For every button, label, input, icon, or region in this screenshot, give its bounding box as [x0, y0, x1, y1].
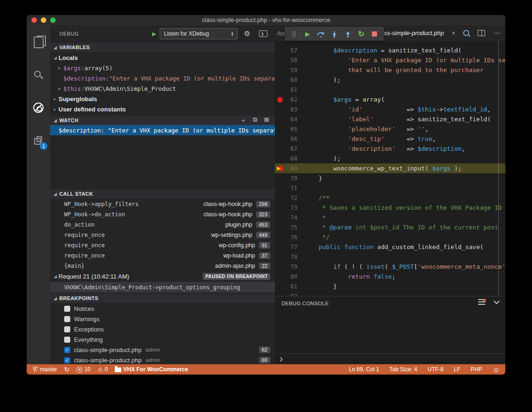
- more-actions-icon[interactable]: ⋯: [494, 29, 501, 37]
- variables-group-row[interactable]: ▸User defined constants: [50, 104, 275, 114]
- code-line[interactable]: 81 }: [275, 281, 505, 291]
- code-line[interactable]: 73 * Saves a sanitized version of the VH…: [275, 203, 505, 213]
- code-line[interactable]: 66 'desc_tip' => true,: [275, 134, 505, 144]
- variable-row[interactable]: ▸$args: array(5): [50, 63, 275, 73]
- debug-console-input[interactable]: ❯: [275, 353, 505, 364]
- call-stack-frame-row[interactable]: do_actionplugin.php453: [50, 220, 275, 230]
- call-stack-selected-frame[interactable]: VHXWC\Admin\Simple_Product->product_opti…: [50, 282, 275, 293]
- watch-row[interactable]: $description: "Enter a VHX package ID (o…: [50, 125, 275, 135]
- breakpoint-row[interactable]: ✓class-simple-product.phpadmin69: [50, 355, 275, 364]
- start-debug-icon[interactable]: ▶: [152, 31, 156, 37]
- step-into-button[interactable]: [328, 27, 341, 41]
- breakpoint-gutter[interactable]: [275, 166, 285, 171]
- code-editor[interactable]: 57 $description = sanitize_text_field(58…: [275, 42, 505, 296]
- workspace-item[interactable]: VHX For WooCommerce: [115, 366, 188, 373]
- code-line[interactable]: 63 'id' => $this->textfield_id,: [275, 104, 505, 114]
- minimize-window-icon[interactable]: [41, 17, 46, 23]
- step-out-button[interactable]: [341, 27, 355, 41]
- split-editor-icon[interactable]: [478, 30, 485, 36]
- tab-close-icon[interactable]: ×: [452, 30, 455, 37]
- code-line[interactable]: 77 public function add_custom_linked_fie…: [275, 242, 505, 252]
- open-preview-icon[interactable]: [463, 30, 469, 36]
- sync-item[interactable]: ↻: [64, 366, 70, 373]
- breakpoint-checkbox[interactable]: [64, 306, 70, 312]
- variables-section-header[interactable]: ◢ VARIABLES: [50, 42, 275, 52]
- close-panel-chevron-icon[interactable]: [494, 298, 500, 304]
- breakpoints-section-header[interactable]: ◢ BREAKPOINTS: [50, 293, 275, 303]
- code-line[interactable]: 65 'placeholder' => '',: [275, 124, 505, 134]
- close-window-icon[interactable]: [31, 17, 37, 23]
- open-debug-console-icon[interactable]: ❯: [259, 30, 267, 37]
- code-line[interactable]: 60 );: [275, 75, 505, 85]
- encoding-item[interactable]: UTF-8: [428, 366, 443, 373]
- watch-section-header[interactable]: ◢ WATCH ＋ ⧉ ⊠: [50, 115, 275, 125]
- call-stack-frame-row[interactable]: require_oncewp-settings.php449: [50, 230, 275, 240]
- launch-configuration-select[interactable]: Listen for XDebug ▴▾: [160, 28, 237, 39]
- git-branch-item[interactable]: master: [32, 366, 57, 373]
- stop-button[interactable]: [368, 27, 381, 41]
- warnings-item[interactable]: ⚠ 0: [98, 366, 108, 373]
- breakpoint-gutter[interactable]: [275, 97, 285, 103]
- call-stack-frame-row[interactable]: WP_Hook->apply_filtersclass-wp-hook.php2…: [50, 199, 275, 209]
- variable-row[interactable]: ▸$this: VHXWC\Admin\Simple_Product: [50, 83, 275, 94]
- breakpoint-row[interactable]: ✓class-simple-product.phpadmin62: [50, 345, 275, 355]
- code-line[interactable]: 75 * @param int $post_id The ID of the c…: [275, 222, 505, 232]
- code-line[interactable]: 78: [275, 252, 505, 262]
- code-line[interactable]: 72 /**: [275, 193, 505, 203]
- restart-button[interactable]: ↻: [355, 27, 368, 41]
- cursor-position-item[interactable]: Ln 69, Col 1: [349, 366, 379, 373]
- code-line[interactable]: 57 $description = sanitize_text_field(: [275, 45, 505, 55]
- add-watch-icon[interactable]: ＋: [240, 116, 246, 125]
- breakpoint-checkbox[interactable]: ✓: [64, 347, 70, 353]
- code-line[interactable]: 59 that will be granted to the purchaser: [275, 65, 505, 75]
- call-stack-frame-row[interactable]: {main}admin-ajax.php22: [50, 261, 275, 271]
- language-mode-item[interactable]: PHP: [471, 366, 482, 373]
- clear-console-icon[interactable]: ✕: [478, 299, 485, 305]
- tab-size-item[interactable]: Tab Size: 4: [390, 366, 417, 373]
- errors-item[interactable]: ✕ 10: [76, 366, 90, 373]
- call-stack-section-header[interactable]: ◢ CALL STACK: [50, 189, 275, 199]
- toolbar-drag-handle[interactable]: [288, 27, 301, 41]
- code-line[interactable]: 62 $args = array(: [275, 95, 505, 104]
- call-stack-frame-row[interactable]: require_oncewp-config.php91: [50, 240, 275, 250]
- remove-all-watch-icon[interactable]: ⊠: [264, 116, 269, 125]
- code-line[interactable]: 61: [275, 85, 505, 95]
- breakpoint-checkbox[interactable]: ✓: [64, 357, 70, 363]
- code-line[interactable]: 71: [275, 183, 505, 193]
- code-line[interactable]: 79 if ( ! ( isset( $_POST['woocommerce_m…: [275, 262, 505, 272]
- tab-class-simple-product[interactable]: ss-simple-product.php: [384, 29, 444, 37]
- continue-button[interactable]: ▶: [301, 27, 315, 41]
- call-stack-thread-row[interactable]: ◢Request 21 (10:42:11 AM)PAUSED ON BREAK…: [50, 271, 275, 282]
- step-over-button[interactable]: [314, 27, 328, 41]
- collapse-watch-icon[interactable]: ⧉: [253, 116, 258, 125]
- breakpoint-checkbox[interactable]: [64, 316, 70, 322]
- code-line[interactable]: 64 'label' => sanitize_text_field(: [275, 114, 505, 124]
- code-line[interactable]: 76 */: [275, 232, 505, 242]
- sidebar-item-search[interactable]: [27, 64, 50, 86]
- call-stack-frame-row[interactable]: WP_Hook->do_actionclass-wp-hook.php323: [50, 209, 275, 220]
- configure-gear-icon[interactable]: ⚙: [244, 30, 250, 37]
- feedback-item[interactable]: ☺: [493, 366, 500, 373]
- code-line[interactable]: 69 woocommerce_wp_text_input( $args );: [275, 163, 505, 173]
- zoom-window-icon[interactable]: [50, 17, 56, 23]
- variables-group-row[interactable]: ▸Superglobals: [50, 94, 275, 104]
- code-line[interactable]: 82: [275, 291, 505, 296]
- variable-row[interactable]: $description: "Enter a VHX package ID (o…: [50, 73, 275, 83]
- code-line[interactable]: 58 'Enter a VHX package ID (or multiple …: [275, 55, 505, 65]
- breakpoint-row[interactable]: Exceptions: [50, 324, 275, 334]
- code-line[interactable]: 68 );: [275, 154, 505, 163]
- breakpoint-row[interactable]: Notices: [50, 303, 275, 314]
- breakpoint-row[interactable]: Everything: [50, 334, 275, 345]
- code-line[interactable]: 70 }: [275, 173, 505, 183]
- variables-group-row[interactable]: ◢Locals: [50, 52, 275, 63]
- code-line[interactable]: 80 return false;: [275, 272, 505, 281]
- sidebar-item-debug[interactable]: [27, 96, 50, 119]
- code-line[interactable]: 74 *: [275, 213, 505, 222]
- breakpoint-checkbox[interactable]: [64, 326, 70, 332]
- call-stack-frame-row[interactable]: require_oncewp-load.php37: [50, 250, 275, 261]
- eol-item[interactable]: LF: [454, 366, 460, 373]
- breakpoint-row[interactable]: Warnings: [50, 314, 275, 324]
- breakpoint-checkbox[interactable]: [64, 337, 70, 343]
- code-line[interactable]: 67 'description' => $description,: [275, 144, 505, 154]
- sidebar-item-extensions[interactable]: 1: [27, 129, 50, 152]
